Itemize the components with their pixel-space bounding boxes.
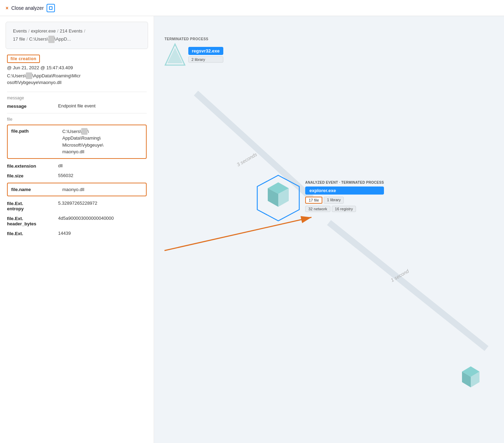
- divider-file: [7, 113, 147, 113]
- explorer-name-badge: explorer.exe: [305, 187, 384, 195]
- file-ext-header-label: file.Ext.header_bytes: [7, 216, 52, 226]
- event-path: C:\Users\ \AppData\Roaming\Microsoft\Vyb…: [7, 72, 147, 86]
- regsvr-title: TERMINATED PROCESS: [164, 37, 223, 41]
- file-extension-row: file.extension dll: [7, 163, 147, 169]
- message-label: message: [7, 103, 52, 109]
- file-size-label: file.size: [7, 173, 52, 178]
- event-timestamp: @ Jun 21, 2022 @ 15:47:43.409: [7, 65, 147, 70]
- breadcrumb-path[interactable]: C:\Users\ \AppD...: [29, 36, 71, 43]
- blurred-path-2: [81, 128, 88, 135]
- message-section-label: message: [7, 96, 147, 100]
- badge-registry: 16 registry: [332, 206, 356, 212]
- file-extension-value: dll: [58, 163, 147, 168]
- right-panel: 3 seconds 1 second TERMINATED PROCESS re…: [154, 16, 504, 443]
- badge-network: 32 network: [305, 206, 330, 212]
- blurred-path-1: [26, 72, 32, 79]
- explorer-hexagon: [255, 174, 301, 223]
- event-type-badge: file creation: [7, 55, 40, 63]
- breadcrumb-events-count[interactable]: 214 Events: [60, 28, 83, 35]
- file-ext-entropy-value: 5.32897265228972: [58, 201, 147, 206]
- svg-line-1: [329, 223, 486, 349]
- breadcrumb-sep-2: /: [57, 28, 58, 35]
- file-path-value: C:\Users\ \ AppData\Roaming\ Microsoft\V…: [62, 128, 142, 155]
- breadcrumb-process[interactable]: explorer.exe: [31, 28, 56, 35]
- breadcrumb-sep-1: /: [28, 28, 30, 35]
- main-content: Events / explorer.exe / 214 Events / 17 …: [0, 16, 504, 443]
- regsvr-badge-library: 2 library: [188, 56, 223, 63]
- file-ext-row: file.Ext. 14439: [7, 231, 147, 236]
- file-ext-entropy-row: file.Ext.entropy 5.32897265228972: [7, 201, 147, 211]
- explorer-node: ANALYZED EVENT · TERMINATED PROCESS expl…: [255, 174, 384, 223]
- file-ext-header-row: file.Ext.header_bytes 4d5a90000300000004…: [7, 216, 147, 226]
- divider-message: [7, 92, 147, 92]
- close-label[interactable]: Close analyzer: [11, 5, 44, 11]
- svg-text:3 seconds: 3 seconds: [236, 152, 258, 168]
- file-path-row: file.path C:\Users\ \ AppData\Roaming\ M…: [7, 125, 147, 159]
- badge-file: 17 file: [305, 197, 322, 204]
- file-ext-label: file.Ext.: [7, 231, 52, 236]
- left-panel: Events / explorer.exe / 214 Events / 17 …: [0, 16, 154, 443]
- breadcrumb-sep-3: /: [84, 28, 85, 35]
- file-ext-value: 14439: [58, 231, 147, 236]
- event-section: file creation @ Jun 21, 2022 @ 15:47:43.…: [0, 49, 154, 246]
- explorer-header-label: ANALYZED EVENT · TERMINATED PROCESS: [305, 181, 384, 184]
- regsvr-node: TERMINATED PROCESS regsvr32.exe 2 librar…: [164, 37, 223, 67]
- top-bar: × Close analyzer: [0, 0, 504, 16]
- file-ext-entropy-label: file.Ext.entropy: [7, 201, 52, 211]
- file-name-row: file.name maonyo.dll: [7, 183, 147, 197]
- regsvr-icon: [164, 42, 186, 67]
- file-name-label: file.name: [11, 187, 57, 192]
- file-section-label: file: [7, 117, 147, 122]
- file-size-value: 556032: [58, 173, 147, 178]
- svg-text:1 second: 1 second: [390, 268, 410, 283]
- close-icon: ×: [6, 5, 8, 11]
- message-value: Endpoint file event: [58, 103, 147, 108]
- file-name-value: maonyo.dll: [62, 186, 142, 193]
- analyzer-icon[interactable]: [47, 4, 55, 12]
- blurred-user: [48, 36, 55, 43]
- small-cube-node: [458, 365, 483, 394]
- file-path-label: file.path: [11, 128, 57, 134]
- file-ext-header-value: 4d5a900003000000040000: [58, 216, 147, 221]
- regsvr-name-badge: regsvr32.exe: [188, 47, 223, 55]
- graph-svg: 3 seconds 1 second: [154, 16, 504, 443]
- analyzer-icon-inner: [49, 6, 52, 10]
- badge-library: 1 library: [324, 197, 344, 204]
- message-row: message Endpoint file event: [7, 103, 147, 109]
- small-cube-icon: [458, 365, 483, 393]
- file-size-row: file.size 556032: [7, 173, 147, 178]
- file-extension-label: file.extension: [7, 163, 52, 169]
- breadcrumb-file[interactable]: 17 file: [13, 36, 25, 43]
- breadcrumb: Events / explorer.exe / 214 Events / 17 …: [6, 22, 148, 49]
- breadcrumb-sep-4: /: [27, 36, 28, 43]
- breadcrumb-events[interactable]: Events: [13, 28, 27, 35]
